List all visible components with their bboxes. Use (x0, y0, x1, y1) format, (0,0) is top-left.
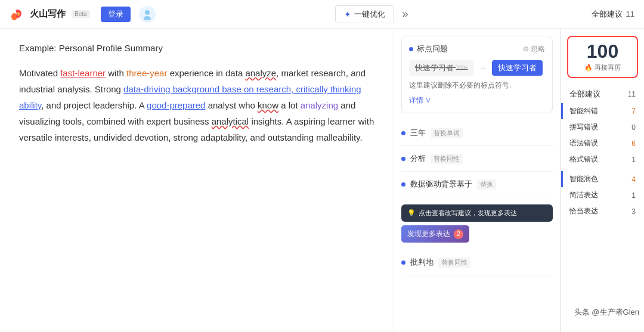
navbar: 火山写作 Beta 登录 ✦ 一键优化 » 全部建议 11 (0, 0, 644, 29)
score-label: 🔥 再接再厉 (573, 63, 632, 72)
avatar-icon (141, 8, 153, 20)
item-label-2: 数据驱动背景基于 (410, 179, 472, 190)
main-layout: Example: Personal Profile Summary Motiva… (0, 29, 644, 332)
item-tag-2: 替换 (477, 179, 496, 190)
smart-fix-label: 智能纠错 (569, 106, 598, 116)
grammar-count: 6 (631, 139, 636, 148)
suggestions-nav: 全部建议 11 (592, 9, 634, 20)
suggestions-label: 全部建议 (592, 9, 623, 20)
lightbulb-icon: 💡 (407, 209, 416, 217)
highlight-analyzing: analyzing (301, 100, 338, 110)
ignore-icon: ⊖ (523, 45, 529, 53)
highlight-analyze: analyze (245, 68, 276, 78)
editor-area[interactable]: Example: Personal Profile Summary Motiva… (0, 29, 394, 332)
star-icon: ✦ (344, 10, 351, 19)
discover-button[interactable]: 发现更多表达 2 (401, 225, 469, 243)
score-label: 70% (456, 65, 468, 72)
concise-count: 1 (631, 191, 636, 200)
grammar-item[interactable]: 语法错误 6 (561, 135, 644, 151)
score-sublabel: 再接再厉 (595, 63, 621, 72)
proper-item[interactable]: 恰当表达 3 (561, 203, 644, 219)
avatar (139, 6, 156, 23)
suggestion-type: 标点问题 (409, 44, 448, 54)
arrow-icon: → (479, 63, 487, 73)
svg-point-1 (145, 10, 150, 15)
watermark: 头条 @生产者Glen (569, 305, 644, 320)
fire-icon: 🔥 (584, 64, 593, 72)
doc-title: Example: Personal Profile Summary (19, 43, 374, 53)
item-label-1: 分析 (410, 153, 426, 164)
original-word: 快速学习者 70% (409, 60, 474, 76)
item-dot-3 (401, 260, 405, 265)
suggestion-item-1[interactable]: 分析 替换同性 (401, 146, 553, 172)
suggestion-header: 标点问题 ⊖ 忽略 (409, 44, 545, 54)
grammar-label: 语法错误 (569, 138, 598, 148)
highlight-fast-learner: fast-learner (60, 68, 106, 78)
concise-label: 简洁表达 (569, 190, 598, 200)
highlight-know: know (258, 100, 278, 110)
suggestion-card: 标点问题 ⊖ 忽略 快速学习者 70% → 快速学习者 这里建议删除不必要的标点… (401, 36, 553, 113)
item-dot-2 (401, 182, 405, 187)
smart-fix-item[interactable]: 智能纠错 7 (561, 103, 644, 119)
all-suggestions-label: 全部建议 (569, 89, 600, 100)
logo-icon (10, 6, 26, 23)
score-number: 100 (573, 42, 632, 61)
smart-tone-count: 4 (631, 175, 636, 184)
watermark-text: 头条 @生产者Glen (574, 308, 639, 317)
spell-label: 拼写错误 (569, 122, 598, 132)
item-label-3: 批判地 (410, 257, 434, 268)
proper-label: 恰当表达 (569, 206, 598, 216)
all-suggestions-header[interactable]: 全部建议 11 (561, 85, 644, 103)
word-compare: 快速学习者 70% → 快速学习者 (409, 60, 545, 76)
detail-link[interactable]: 详情 ∨ (409, 95, 545, 106)
logo-text: 火山写作 (30, 8, 66, 20)
discover-count: 2 (454, 229, 463, 239)
highlight-good-prepared: good-prepared (147, 100, 205, 110)
svg-point-2 (144, 16, 151, 20)
proper-count: 3 (631, 207, 636, 216)
beta-badge: Beta (72, 10, 90, 18)
tooltip-container: 💡 点击查看改写建议，发现更多表达 发现更多表达 2 (401, 204, 553, 243)
score-box: 100 🔥 再接再厉 (567, 36, 638, 78)
suggestions-count: 11 (626, 10, 634, 18)
all-count: 11 (628, 90, 636, 98)
right-panel: 100 🔥 再接再厉 全部建议 11 智能纠错 7 拼写错误 0 语法错误 6 … (561, 29, 644, 332)
suggestion-item-3[interactable]: 批判地 替换同性 (401, 250, 553, 275)
discover-label: 发现更多表达 (407, 229, 450, 239)
smart-tone-label: 智能润色 (569, 174, 598, 184)
spell-item[interactable]: 拼写错误 0 (561, 119, 644, 135)
smart-count: 7 (631, 107, 636, 116)
ignore-button[interactable]: ⊖ 忽略 (523, 44, 545, 54)
suggestion-item-2[interactable]: 数据驱动背景基于 替换 (401, 172, 553, 197)
highlight-three-year: three-year (126, 68, 167, 78)
item-label-0: 三年 (410, 128, 426, 138)
ignore-label: 忽略 (531, 44, 545, 54)
logo-area: 火山写作 Beta 登录 (10, 6, 156, 23)
format-count: 1 (631, 156, 636, 164)
format-label: 格式错误 (569, 154, 598, 165)
tooltip-text: 点击查看改写建议，发现更多表达 (419, 209, 517, 218)
login-button[interactable]: 登录 (101, 7, 131, 22)
suggestion-item-0[interactable]: 三年 替换单词 (401, 120, 553, 146)
spell-count: 0 (631, 123, 636, 132)
concise-item[interactable]: 简洁表达 1 (561, 187, 644, 203)
optimize-button[interactable]: ✦ 一键优化 (335, 5, 394, 23)
smart-tone-item[interactable]: 智能润色 4 (561, 171, 644, 187)
new-word[interactable]: 快速学习者 (492, 60, 543, 76)
tooltip-banner: 💡 点击查看改写建议，发现更多表达 (401, 204, 553, 222)
type-label: 标点问题 (417, 44, 448, 54)
item-dot-0 (401, 131, 405, 135)
doc-body: Motivated fast-learner with three-year e… (19, 65, 374, 145)
format-item[interactable]: 格式错误 1 (561, 151, 644, 167)
item-dot-1 (401, 157, 405, 161)
suggestion-note: 这里建议删除不必要的标点符号. (409, 80, 545, 91)
more-button[interactable]: » (399, 8, 412, 20)
highlight-analytical: analytical (212, 116, 249, 126)
middle-panel: 标点问题 ⊖ 忽略 快速学习者 70% → 快速学习者 这里建议删除不必要的标点… (394, 29, 561, 332)
type-dot (409, 47, 413, 51)
item-tag-3: 替换同性 (438, 257, 470, 268)
optimize-label: 一键优化 (354, 9, 385, 20)
item-tag-0: 替换单词 (431, 128, 463, 138)
nav-center: ✦ 一键优化 » (156, 5, 592, 23)
item-tag-1: 替换同性 (431, 154, 463, 164)
